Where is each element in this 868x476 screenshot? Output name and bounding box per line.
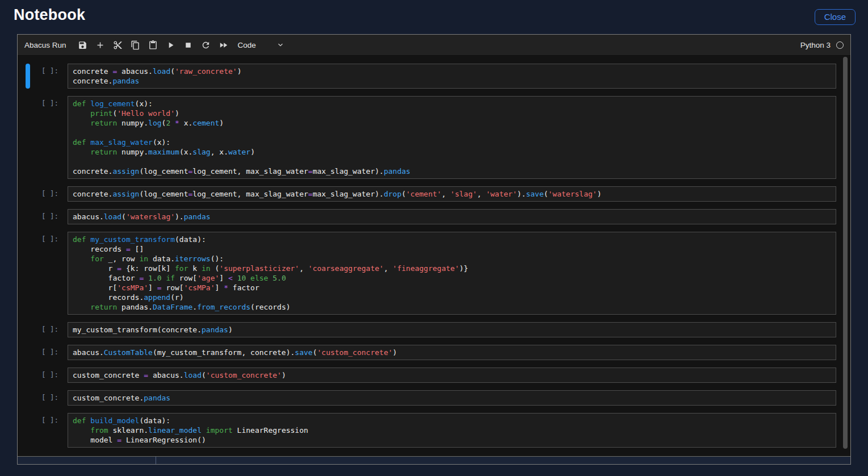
cell-code-editor[interactable]: concrete = abacus.load('raw_concrete')co…: [68, 64, 836, 89]
bottom-strip-divider: [156, 457, 156, 464]
cell-indicator: [26, 186, 30, 202]
notebook-cell[interactable]: [ ]:def build_model(data): from sklearn.…: [18, 413, 850, 448]
cells-container: [ ]:concrete = abacus.load('raw_concrete…: [18, 64, 850, 448]
cell-prompt: [ ]:: [30, 209, 63, 224]
notebook-cell[interactable]: [ ]:custom_concrete = abacus.load('custo…: [18, 368, 850, 383]
kernel-idle-circle-icon: [836, 41, 844, 49]
cell-code-editor[interactable]: concrete.assign(log_cement=log_cement, m…: [68, 186, 836, 202]
cell-indicator: [26, 209, 30, 224]
cell-code-editor[interactable]: abacus.load('waterslag').pandas: [68, 209, 836, 224]
cell-prompt: [ ]:: [30, 413, 63, 448]
notebook-cell[interactable]: [ ]:concrete.assign(log_cement=log_cemen…: [18, 186, 850, 202]
chevron-down-icon: [276, 41, 284, 49]
cell-prompt: [ ]:: [30, 390, 63, 406]
fast-forward-icon[interactable]: [219, 40, 229, 50]
cell-code-editor[interactable]: def my_custom_transform(data): records =…: [68, 232, 836, 315]
notebook-toolbar: Abacus Run Code Python 3: [18, 35, 850, 56]
notebook-panel: Abacus Run Code Python 3 [ ]:concrete = …: [17, 34, 851, 465]
cell-prompt: [ ]:: [30, 345, 63, 360]
stop-icon[interactable]: [183, 40, 194, 50]
cut-icon[interactable]: [113, 40, 123, 50]
notebook-cell[interactable]: [ ]:abacus.CustomTable(my_custom_transfo…: [18, 345, 850, 360]
notebook-cell[interactable]: [ ]:abacus.load('waterslag').pandas: [18, 209, 850, 224]
cell-code-editor[interactable]: custom_concrete.pandas: [68, 390, 836, 406]
cell-indicator: [26, 232, 30, 315]
cell-indicator: [26, 390, 30, 406]
cell-prompt: [ ]:: [30, 64, 63, 89]
cell-type-select[interactable]: Code: [238, 41, 284, 49]
cell-prompt: [ ]:: [30, 186, 63, 202]
cell-code-editor[interactable]: abacus.CustomTable(my_custom_transform, …: [68, 345, 836, 360]
add-icon[interactable]: [95, 40, 106, 50]
cell-type-value: Code: [238, 41, 256, 49]
notebook-cell[interactable]: [ ]:concrete = abacus.load('raw_concrete…: [18, 64, 850, 89]
notebook-cell[interactable]: [ ]:custom_concrete.pandas: [18, 390, 850, 406]
toolbar-icons: [78, 40, 229, 50]
paste-icon[interactable]: [148, 40, 158, 50]
panel-bottom-strip: [18, 456, 850, 464]
close-button[interactable]: Close: [815, 9, 856, 25]
kernel-indicator: Python 3: [800, 41, 844, 49]
cell-prompt: [ ]:: [30, 368, 63, 383]
cell-prompt: [ ]:: [30, 322, 63, 337]
cell-indicator: [26, 345, 30, 360]
cell-prompt: [ ]:: [30, 96, 63, 179]
notebook-cell[interactable]: [ ]:def log_cement(x): print('Hello worl…: [18, 96, 850, 179]
notebook-cell[interactable]: [ ]:def my_custom_transform(data): recor…: [18, 232, 850, 315]
kernel-name[interactable]: Python 3: [800, 41, 831, 49]
selected-cell-indicator: [26, 64, 30, 89]
abacus-run-button[interactable]: Abacus Run: [24, 41, 66, 49]
cell-code-editor[interactable]: my_custom_transform(concrete.pandas): [68, 322, 836, 337]
restart-icon[interactable]: [201, 40, 211, 50]
notebook-content: [ ]:concrete = abacus.load('raw_concrete…: [18, 56, 850, 456]
cell-code-editor[interactable]: custom_concrete = abacus.load('custom_co…: [68, 368, 836, 383]
cell-prompt: [ ]:: [30, 232, 63, 315]
copy-icon[interactable]: [131, 40, 141, 50]
cell-indicator: [26, 322, 30, 337]
vertical-scrollbar-thumb[interactable]: [843, 57, 848, 449]
cell-code-editor[interactable]: def log_cement(x): print('Hello world') …: [68, 96, 836, 179]
cell-code-editor[interactable]: def build_model(data): from sklearn.line…: [68, 413, 836, 448]
app-header: Notebook Close: [0, 0, 868, 34]
cell-indicator: [26, 413, 30, 448]
run-icon[interactable]: [166, 40, 176, 50]
notebook-cell[interactable]: [ ]:my_custom_transform(concrete.pandas): [18, 322, 850, 337]
cell-indicator: [26, 368, 30, 383]
cell-indicator: [26, 96, 30, 179]
page-title: Notebook: [14, 6, 85, 24]
save-icon[interactable]: [78, 40, 88, 50]
